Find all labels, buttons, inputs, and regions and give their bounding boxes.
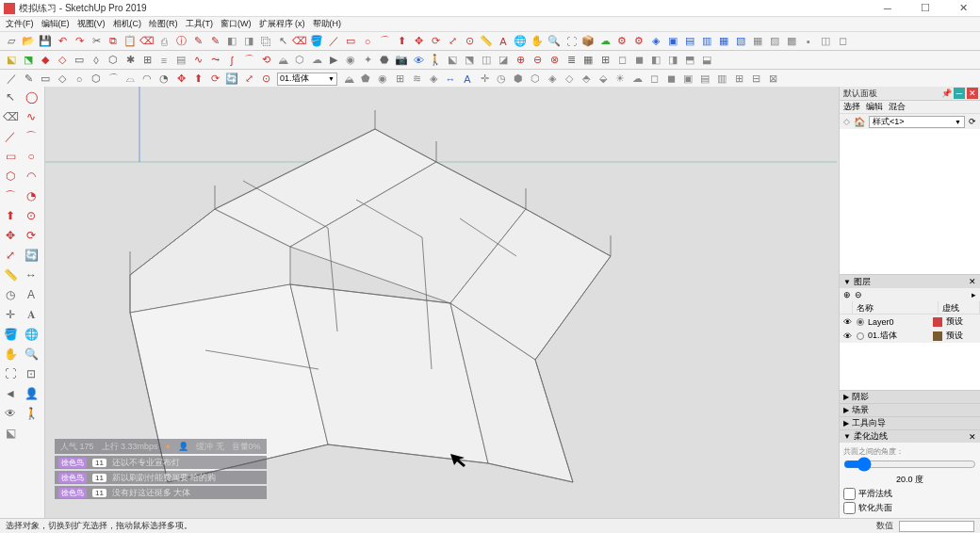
section2-icon[interactable]: ⬔	[21, 53, 36, 68]
close-button[interactable]: ✕	[950, 2, 976, 15]
soften-slider[interactable]	[843, 457, 976, 472]
curve-icon[interactable]: ⌒	[23, 128, 40, 145]
x6-icon[interactable]: ⊞	[731, 72, 746, 87]
soften-coplanar-checkbox[interactable]: 软化共面	[843, 502, 976, 514]
x7-icon[interactable]: ⊟	[748, 72, 763, 87]
sandbox1-icon[interactable]: ⛰	[275, 53, 290, 68]
rect2-icon[interactable]: ▭	[2, 148, 19, 165]
tm-scale-icon[interactable]: ⤢	[241, 72, 256, 87]
redo-icon[interactable]: ↷	[72, 34, 87, 49]
arc3-icon[interactable]: ⌒	[2, 187, 19, 204]
curve3-icon[interactable]: ∫	[224, 53, 239, 68]
measurement-input[interactable]	[899, 521, 974, 532]
x4-icon[interactable]: ▤	[697, 72, 712, 87]
solid4-icon[interactable]: ◇	[562, 72, 577, 87]
solid5-icon[interactable]: ⬘	[579, 72, 594, 87]
plug9-icon[interactable]: ▤	[173, 53, 188, 68]
line2-icon[interactable]: ／	[2, 128, 19, 145]
print-icon[interactable]: ⎙	[156, 34, 172, 49]
x5-icon[interactable]: ▥	[714, 72, 729, 87]
walk2-icon[interactable]: 🚶	[23, 405, 40, 422]
curve4-icon[interactable]: ⌒	[241, 53, 256, 68]
shadows-header[interactable]: ▶阴影	[840, 390, 980, 403]
undo-icon[interactable]: ↶	[55, 34, 70, 49]
view-iso-icon[interactable]: ◈	[648, 34, 663, 49]
axes-icon[interactable]: ✛	[477, 72, 492, 87]
rotate2-icon[interactable]: ⟳	[23, 227, 40, 244]
paint2-icon[interactable]: 🪣	[2, 326, 19, 343]
x1-icon[interactable]: ◻	[646, 72, 662, 87]
layer-row[interactable]: 👁 Layer0 预设	[840, 315, 980, 329]
paint-icon[interactable]: 🪣	[309, 34, 324, 49]
erase-icon[interactable]: ⌫	[139, 34, 155, 49]
cam2-icon[interactable]: 👁	[411, 53, 426, 68]
ext16-icon[interactable]: ◻	[614, 53, 629, 68]
plug7-icon[interactable]: ⊞	[139, 53, 155, 68]
tab-select[interactable]: 选择	[843, 101, 860, 113]
back-icon[interactable]: ◇	[843, 117, 850, 126]
layers-col-dash[interactable]: 虚线	[939, 301, 980, 314]
ext20-icon[interactable]: ⬒	[682, 53, 697, 68]
circle-icon[interactable]: ○	[360, 34, 375, 49]
plug6-icon[interactable]: ✱	[122, 53, 138, 68]
style-mono-icon[interactable]: ◻	[835, 34, 850, 49]
text2-icon[interactable]: A	[460, 72, 475, 87]
layer-color-swatch[interactable]	[933, 331, 942, 341]
arc2-icon[interactable]: ◠	[23, 168, 40, 185]
tray-pin-icon[interactable]: 📌	[940, 88, 952, 99]
tm-rotate-icon[interactable]: ⟳	[207, 72, 222, 87]
layer-color-swatch[interactable]	[933, 317, 942, 327]
style-shaded-icon[interactable]: ▩	[784, 34, 799, 49]
new-icon[interactable]: ▱	[4, 34, 19, 49]
rend3-icon[interactable]: ⬣	[377, 53, 392, 68]
tape2-icon[interactable]: 📏	[2, 266, 19, 283]
ext15-icon[interactable]: ⊞	[597, 53, 612, 68]
menu-tools[interactable]: 工具(T)	[186, 18, 214, 30]
tray-min-icon[interactable]: ─	[954, 88, 965, 99]
freehand-icon[interactable]: ∿	[23, 108, 40, 125]
draw-circle-icon[interactable]: ○	[72, 72, 87, 87]
axes2-icon[interactable]: ✛	[2, 306, 19, 323]
copy-icon[interactable]: ⧉	[106, 34, 121, 49]
orbit2-icon[interactable]: 🌐	[23, 326, 40, 343]
solid1-icon[interactable]: ⬢	[511, 72, 526, 87]
sect2-icon[interactable]: ⬔	[462, 53, 477, 68]
3dtext-icon[interactable]: 𝐀	[23, 306, 40, 323]
draw-3arc-icon[interactable]: ◠	[139, 72, 155, 87]
text3-icon[interactable]: A	[23, 286, 40, 303]
sandbox3-icon[interactable]: ☁	[309, 53, 324, 68]
refresh-icon[interactable]: ⟳	[969, 117, 976, 126]
poly2-icon[interactable]: ⬡	[2, 168, 19, 185]
menu-help[interactable]: 帮助(H)	[313, 18, 342, 30]
dim2-icon[interactable]: ↔	[23, 266, 40, 283]
eraser-icon[interactable]: ⌫	[292, 34, 307, 49]
open-icon[interactable]: 📂	[21, 34, 36, 49]
scale-icon[interactable]: ⤢	[445, 34, 460, 49]
tool3-icon[interactable]: ◧	[224, 34, 239, 49]
maximize-button[interactable]: ☐	[912, 2, 939, 15]
plug5-icon[interactable]: ⬡	[106, 53, 121, 68]
tape-icon[interactable]: 📏	[479, 34, 494, 49]
text-icon[interactable]: A	[496, 34, 511, 49]
style-xray-icon[interactable]: ◫	[818, 34, 833, 49]
home-icon[interactable]: 🏠	[854, 117, 865, 127]
view-left-icon[interactable]: ▧	[733, 34, 748, 49]
menu-edit[interactable]: 编辑(E)	[41, 18, 70, 30]
plug2-icon[interactable]: ◇	[55, 53, 70, 68]
curve5-icon[interactable]: ⟲	[258, 53, 273, 68]
sandbox-d-icon[interactable]: ⊞	[392, 72, 407, 87]
menu-view[interactable]: 视图(V)	[77, 18, 106, 30]
draw-line-icon[interactable]: ／	[4, 72, 19, 87]
sect1-icon[interactable]: ⬕	[445, 53, 460, 68]
walk-icon[interactable]: 🚶	[428, 53, 443, 68]
orbit-icon[interactable]: 🌐	[513, 34, 528, 49]
arc-icon[interactable]: ⌒	[377, 34, 392, 49]
layer-dropdown[interactable]: 01.墙体 ▼	[277, 73, 337, 86]
visibility-icon[interactable]: 👁	[843, 317, 853, 327]
tool5-icon[interactable]: ⿻	[258, 34, 273, 49]
lasso-icon[interactable]: ◯	[23, 89, 40, 105]
draw-rotrect-icon[interactable]: ◇	[55, 72, 70, 87]
shadow-icon[interactable]: ☀	[612, 72, 628, 87]
draw-2arc-icon[interactable]: ⌓	[122, 72, 138, 87]
look-icon[interactable]: 👁	[2, 405, 19, 422]
